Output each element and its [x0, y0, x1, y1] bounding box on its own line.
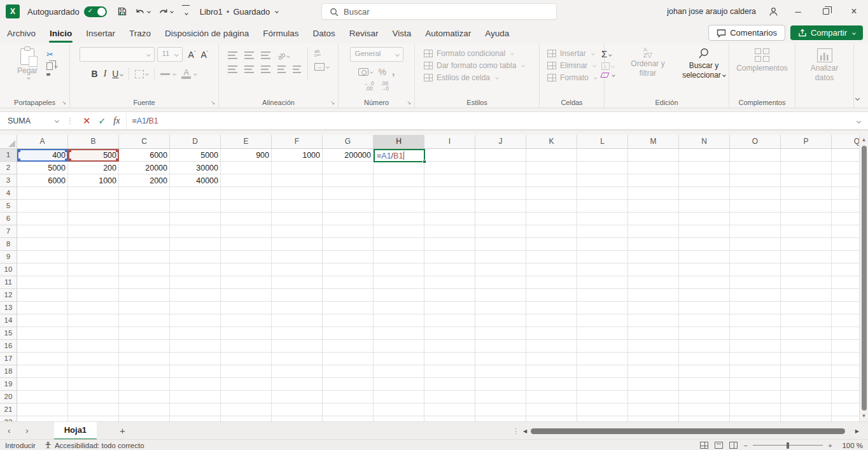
column-header-C[interactable]: C — [119, 135, 170, 149]
column-header-G[interactable]: G — [323, 135, 374, 149]
fill-color-button[interactable] — [160, 73, 170, 76]
namebox-resize-handle[interactable]: ⋮ — [64, 116, 76, 125]
autosum-button[interactable]: Σ — [601, 48, 615, 60]
scroll-left-icon[interactable]: ◀ — [523, 428, 527, 434]
row-header-22[interactable]: 22 — [0, 416, 17, 421]
cell-C2[interactable]: 20000 — [119, 162, 170, 174]
customize-toolbar-icon[interactable] — [182, 5, 190, 18]
normal-view-button[interactable] — [700, 442, 708, 449]
tab-revisar[interactable]: Revisar — [342, 25, 386, 42]
format-as-table-button[interactable]: Dar formato como tabla — [423, 59, 526, 71]
column-header-A[interactable]: A — [17, 135, 68, 149]
cell-A1[interactable]: 400 — [17, 149, 68, 162]
accessibility-status[interactable]: Accesibilidad: todo correcto — [45, 442, 144, 449]
sort-filter-button[interactable]: AZ▽ Ordenar y filtrar — [620, 47, 676, 80]
addins-button[interactable]: Complementos — [731, 47, 793, 74]
analyze-data-button[interactable]: Analizar datos — [801, 47, 849, 84]
column-header-J[interactable]: J — [475, 135, 526, 149]
conditional-format-button[interactable]: Formato condicional — [423, 47, 515, 59]
page-break-view-button[interactable] — [729, 442, 738, 449]
row-header-2[interactable]: 2 — [0, 162, 17, 174]
cell-A2[interactable]: 5000 — [17, 162, 68, 174]
row-header-14[interactable]: 14 — [0, 314, 17, 327]
wrap-text-button[interactable]: abc↩ — [314, 50, 329, 57]
zoom-level[interactable]: 100 % — [839, 442, 863, 449]
collapse-ribbon-button[interactable] — [854, 92, 859, 104]
column-header-B[interactable]: B — [68, 135, 119, 149]
fuente-dialog-launcher[interactable]: ↘ — [211, 100, 215, 106]
tab-inicio[interactable]: Inicio — [43, 25, 79, 42]
new-sheet-button[interactable]: + — [120, 425, 125, 436]
insert-function-button[interactable]: fx — [113, 116, 120, 126]
excel-app-icon[interactable]: X — [6, 4, 20, 18]
cells-area[interactable]: =A1/B1 400500600050009001000200000500020… — [17, 149, 859, 421]
cell-G1[interactable]: 200000 — [323, 149, 374, 162]
vertical-scrollbar[interactable]: ▲ ▼ — [859, 135, 868, 421]
delete-cells-button[interactable]: Eliminar — [546, 59, 597, 71]
column-header-P[interactable]: P — [781, 135, 832, 149]
font-name-select[interactable] — [80, 47, 155, 62]
number-format-select[interactable]: General — [350, 47, 403, 62]
redo-button[interactable] — [155, 5, 176, 18]
merge-center-button[interactable]: ↔ — [314, 63, 329, 71]
cell-A3[interactable]: 6000 — [17, 174, 68, 187]
row-header-4[interactable]: 4 — [0, 187, 17, 200]
portapapeles-dialog-launcher[interactable]: ↘ — [62, 100, 66, 106]
zoom-out-button[interactable]: − — [744, 442, 748, 449]
tab-archivo[interactable]: Archivo — [0, 25, 43, 42]
row-header-10[interactable]: 10 — [0, 264, 17, 276]
column-header-N[interactable]: N — [679, 135, 730, 149]
comma-style-button[interactable]: , — [392, 66, 395, 78]
row-header-7[interactable]: 7 — [0, 225, 17, 238]
column-header-M[interactable]: M — [628, 135, 679, 149]
align-left-button[interactable] — [228, 66, 237, 73]
tab-vista[interactable]: Vista — [385, 25, 418, 42]
confirm-entry-button[interactable]: ✓ — [99, 116, 106, 126]
underline-button[interactable]: U — [112, 69, 123, 79]
percent-button[interactable]: % — [379, 67, 386, 77]
row-header-21[interactable]: 21 — [0, 404, 17, 416]
font-color-button[interactable]: A — [181, 69, 191, 79]
cell-D1[interactable]: 5000 — [170, 149, 221, 162]
paste-button[interactable]: Pegar — [12, 47, 43, 80]
tab-trazo[interactable]: Trazo — [122, 25, 158, 42]
row-header-15[interactable]: 15 — [0, 327, 17, 340]
row-header-9[interactable]: 9 — [0, 251, 17, 264]
align-bottom-button[interactable] — [261, 52, 270, 59]
tab-insertar[interactable]: Insertar — [79, 25, 122, 42]
save-button[interactable] — [115, 4, 130, 18]
cell-D2[interactable]: 30000 — [170, 162, 221, 174]
row-header-19[interactable]: 19 — [0, 378, 17, 391]
row-header-20[interactable]: 20 — [0, 391, 17, 404]
tab-automatizar[interactable]: Automatizar — [418, 25, 478, 42]
cut-button[interactable]: ✂ — [46, 50, 57, 59]
fill-button[interactable]: ↓ — [601, 62, 615, 70]
align-center-button[interactable] — [244, 66, 254, 73]
scroll-down-icon[interactable]: ▼ — [862, 412, 867, 420]
zoom-in-button[interactable]: + — [828, 442, 832, 449]
column-header-D[interactable]: D — [170, 135, 221, 149]
column-header-E[interactable]: E — [221, 135, 272, 149]
share-button[interactable]: Compartir — [790, 25, 863, 40]
vertical-scroll-thumb[interactable] — [862, 146, 867, 411]
bold-button[interactable]: B — [92, 69, 98, 79]
column-header-K[interactable]: K — [526, 135, 577, 149]
italic-button[interactable]: I — [104, 69, 107, 79]
align-right-button[interactable] — [261, 66, 270, 73]
tab-disposicion[interactable]: Disposición de página — [158, 25, 256, 42]
tab-datos[interactable]: Datos — [305, 25, 342, 42]
cell-styles-button[interactable]: Estilos de celda — [423, 71, 500, 83]
row-header-18[interactable]: 18 — [0, 365, 17, 378]
cell-B2[interactable]: 200 — [68, 162, 119, 174]
account-button[interactable] — [762, 0, 784, 23]
numero-dialog-launcher[interactable]: ↘ — [407, 100, 411, 106]
name-box[interactable]: SUMA — [0, 112, 64, 129]
cell-B1[interactable]: 500 — [68, 149, 119, 162]
grow-font-button[interactable]: Aˆ — [188, 50, 195, 60]
decrease-indent-button[interactable] — [277, 66, 286, 73]
horizontal-scrollbar[interactable]: ⋮ ◀ ▶ — [512, 422, 859, 440]
row-header-1[interactable]: 1 — [0, 149, 17, 162]
column-header-L[interactable]: L — [577, 135, 628, 149]
cancel-entry-button[interactable]: ✕ — [83, 115, 91, 127]
row-header-12[interactable]: 12 — [0, 289, 17, 302]
